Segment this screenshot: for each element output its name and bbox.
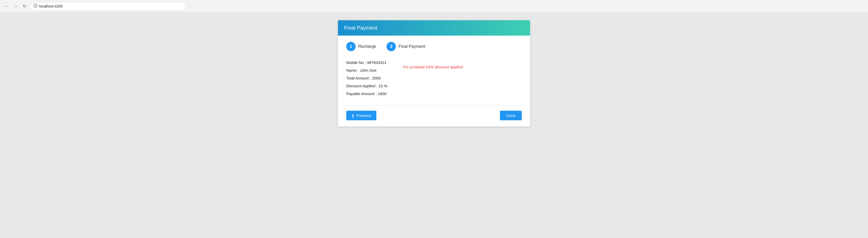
actions-row: ❮ Previous Done — [346, 111, 522, 120]
previous-button[interactable]: ❮ Previous — [346, 111, 376, 120]
mobile-number: Mobile No : 987654321 — [346, 59, 387, 66]
info-block: Mobile No : 987654321 Name : John Doe To… — [346, 59, 387, 97]
back-button[interactable]: ← — [3, 3, 10, 10]
address-bar[interactable]: ⓘ localhost:4200 — [30, 2, 186, 10]
reload-button[interactable]: ↻ — [21, 3, 28, 10]
step-2: 2 Final Payment — [386, 42, 425, 51]
card-header-title: Final Payment — [344, 25, 377, 31]
forward-button[interactable]: → — [12, 3, 19, 10]
lock-icon: ⓘ — [33, 3, 38, 9]
browser-bar: ← → ↻ ⓘ localhost:4200 — [0, 0, 868, 12]
page-body: Final Payment 1 Recharge 2 Final Payment… — [0, 12, 868, 238]
browser-nav: ← → ↻ — [3, 3, 28, 10]
discount-note: For postpaid 10% discount applied — [403, 65, 463, 69]
done-button[interactable]: Done — [500, 111, 522, 120]
step-2-label: Final Payment — [398, 44, 425, 49]
discount-note-block: For postpaid 10% discount applied — [403, 59, 463, 69]
total-amount: Total Amount : 2000 — [346, 75, 387, 81]
url-text: localhost:4200 — [39, 4, 63, 8]
payable-amount: Payable Amount : 1800 — [346, 91, 387, 97]
card-body: 1 Recharge 2 Final Payment Mobile No : 9… — [338, 36, 530, 126]
step-1-label: Recharge — [358, 44, 376, 49]
payment-card: Final Payment 1 Recharge 2 Final Payment… — [338, 20, 530, 126]
step-2-circle: 2 — [386, 42, 396, 51]
chevron-left-icon: ❮ — [351, 114, 354, 118]
name: Name : John Doe — [346, 67, 387, 73]
card-header: Final Payment — [338, 20, 530, 36]
step-1-circle: 1 — [346, 42, 355, 51]
previous-label: Previous — [356, 113, 371, 118]
info-section: Mobile No : 987654321 Name : John Doe To… — [346, 59, 522, 97]
step-1: 1 Recharge — [346, 42, 376, 51]
steps-row: 1 Recharge 2 Final Payment — [346, 42, 522, 51]
discount-applied: Discount Applied : 10 % — [346, 83, 387, 89]
divider — [346, 105, 522, 106]
